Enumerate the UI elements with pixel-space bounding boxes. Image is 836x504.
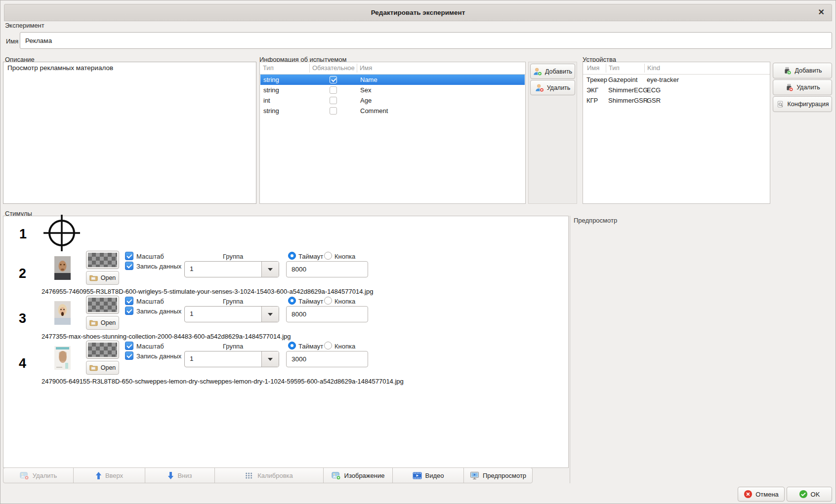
group-combobox[interactable]: 1 bbox=[184, 306, 279, 322]
stimulus-filename: 2477355-max-shoes-stunning-collection-20… bbox=[42, 333, 291, 340]
monitor-icon bbox=[470, 471, 479, 480]
subject-info-table: Тип Обязательное Имя string Name string … bbox=[259, 62, 526, 204]
required-checkbox[interactable] bbox=[330, 107, 337, 115]
button-label: Вниз bbox=[177, 472, 192, 479]
stimulus-thumbnail[interactable] bbox=[54, 301, 71, 325]
stimulus-number: 2 bbox=[19, 266, 26, 281]
chevron-down-icon[interactable] bbox=[261, 262, 279, 277]
timeout-radio[interactable] bbox=[288, 342, 296, 349]
record-data-checkbox[interactable] bbox=[125, 307, 133, 315]
timeout-radio-label: Таймаут bbox=[298, 343, 323, 350]
open-file-button[interactable]: Open bbox=[86, 271, 119, 285]
stimulus-thumbnail[interactable] bbox=[54, 256, 71, 280]
arrow-down-icon bbox=[167, 471, 174, 480]
button-label: Предпросмотр bbox=[483, 472, 526, 479]
timeout-radio-label: Таймаут bbox=[298, 253, 323, 260]
open-file-button[interactable]: Open bbox=[86, 316, 119, 330]
table-row[interactable]: string Comment bbox=[260, 106, 525, 116]
preview-divider bbox=[570, 216, 570, 483]
table-row[interactable]: КГР ShimmerGSR GSR bbox=[584, 95, 769, 106]
column-header[interactable]: Имя bbox=[587, 64, 599, 72]
transparency-color-button[interactable] bbox=[86, 341, 119, 359]
device-remove-button[interactable]: Удалить bbox=[773, 79, 832, 95]
devices-table-header: Имя Тип Kind bbox=[583, 62, 770, 75]
calibration-target-icon[interactable] bbox=[42, 213, 82, 253]
configuration-icon bbox=[776, 100, 785, 109]
close-icon[interactable]: ✕ bbox=[818, 7, 825, 17]
table-row[interactable]: Трекер Gazepoint eye-tracker bbox=[584, 75, 769, 85]
required-checkbox[interactable] bbox=[330, 76, 337, 83]
subject-remove-button[interactable]: Удалить bbox=[530, 80, 575, 95]
person-remove-icon bbox=[535, 83, 544, 92]
column-header[interactable]: Обязательное bbox=[312, 64, 355, 72]
required-checkbox[interactable] bbox=[330, 97, 337, 104]
dialog-titlebar: Редактировать эксперимент ✕ bbox=[4, 4, 832, 21]
table-row[interactable]: string Sex bbox=[260, 85, 525, 95]
button-label: Калибровка bbox=[257, 472, 293, 479]
required-checkbox[interactable] bbox=[330, 86, 337, 94]
group-value: 1 bbox=[185, 262, 261, 277]
ok-button[interactable]: OK bbox=[787, 487, 832, 502]
record-data-checkbox-label: Запись данных bbox=[136, 308, 181, 315]
button-mode-radio[interactable] bbox=[324, 297, 332, 305]
table-row[interactable]: string Name bbox=[260, 75, 525, 85]
description-textarea[interactable]: Просмотр рекламных материалов bbox=[3, 62, 256, 204]
device-add-button[interactable]: Добавить bbox=[773, 63, 832, 78]
column-header[interactable]: Имя bbox=[360, 64, 372, 72]
usb-remove-icon bbox=[785, 83, 794, 92]
open-file-button[interactable]: Open bbox=[86, 361, 119, 375]
calibration-button[interactable]: Калибровка bbox=[214, 467, 324, 483]
group-combobox[interactable]: 1 bbox=[184, 351, 279, 367]
table-row[interactable]: int Age bbox=[260, 95, 525, 106]
column-header[interactable]: Тип bbox=[609, 64, 620, 72]
experiment-name-input[interactable] bbox=[20, 32, 832, 49]
chevron-down-icon[interactable] bbox=[261, 307, 279, 322]
add-image-button[interactable]: Изображение bbox=[323, 467, 393, 483]
button-label: Видео bbox=[425, 472, 444, 479]
cancel-button[interactable]: Отмена bbox=[738, 487, 785, 502]
group-value: 1 bbox=[185, 351, 261, 367]
timeout-radio[interactable] bbox=[288, 252, 296, 260]
scale-checkbox-label: Масштаб bbox=[136, 343, 164, 350]
column-header[interactable]: Kind bbox=[647, 64, 660, 72]
stimulus-number: 3 bbox=[19, 311, 26, 326]
open-folder-icon bbox=[89, 319, 98, 326]
dots-grid-icon bbox=[245, 472, 254, 479]
stimulus-delete-button[interactable]: Удалить bbox=[3, 467, 74, 483]
button-label: Отмена bbox=[755, 491, 779, 498]
scale-checkbox[interactable] bbox=[125, 297, 133, 305]
open-folder-icon bbox=[89, 274, 98, 281]
add-video-button[interactable]: Видео bbox=[392, 467, 464, 483]
button-label: OK bbox=[811, 491, 820, 498]
group-combobox[interactable]: 1 bbox=[184, 261, 279, 277]
group-label: Группа bbox=[223, 298, 243, 305]
button-label: Конфигурация bbox=[788, 101, 829, 108]
button-label: Вверх bbox=[105, 472, 123, 479]
film-icon bbox=[413, 472, 422, 479]
record-data-checkbox[interactable] bbox=[125, 262, 133, 270]
timeout-radio[interactable] bbox=[288, 297, 296, 305]
timeout-input[interactable] bbox=[286, 351, 368, 367]
button-label: Удалить bbox=[547, 84, 571, 91]
chevron-down-icon[interactable] bbox=[261, 351, 279, 367]
timeout-input[interactable] bbox=[286, 261, 368, 277]
table-row[interactable]: ЭКГ ShimmerECG ECG bbox=[584, 85, 769, 95]
timeout-input[interactable] bbox=[286, 306, 368, 322]
preview-button[interactable]: Предпросмотр bbox=[463, 467, 533, 483]
button-mode-radio[interactable] bbox=[324, 252, 332, 260]
transparency-color-button[interactable] bbox=[86, 251, 119, 269]
button-label: Open bbox=[101, 319, 116, 326]
device-config-button[interactable]: Конфигурация bbox=[773, 96, 832, 112]
column-header[interactable]: Тип bbox=[263, 64, 274, 72]
move-up-button[interactable]: Вверх bbox=[73, 467, 145, 483]
move-down-button[interactable]: Вниз bbox=[145, 467, 215, 483]
button-mode-radio[interactable] bbox=[324, 342, 332, 349]
scale-checkbox[interactable] bbox=[125, 252, 133, 260]
person-add-icon bbox=[533, 67, 542, 76]
transparency-color-button[interactable] bbox=[86, 296, 119, 314]
stimulus-thumbnail[interactable] bbox=[54, 346, 71, 370]
subject-add-button[interactable]: Добавить bbox=[530, 64, 575, 79]
scale-checkbox[interactable] bbox=[125, 342, 133, 350]
record-data-checkbox-label: Запись данных bbox=[136, 352, 181, 360]
record-data-checkbox[interactable] bbox=[125, 351, 133, 360]
